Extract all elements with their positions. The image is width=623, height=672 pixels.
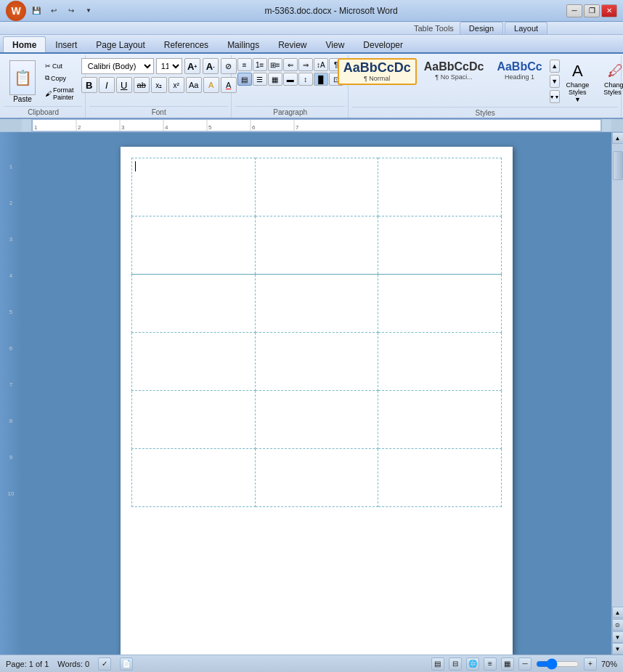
tab-view[interactable]: View [317, 36, 354, 52]
zoom-in-icon[interactable]: + [584, 657, 597, 671]
proofing-icon[interactable]: ✓ [98, 657, 111, 671]
increase-indent-button[interactable]: ⇒ [298, 58, 313, 71]
gallery-more-arrow[interactable]: ▼▼ [550, 90, 560, 103]
window-controls: ─ ❐ ✕ [566, 4, 617, 17]
tab-developer[interactable]: Developer [354, 36, 412, 52]
table-cell[interactable] [255, 449, 378, 507]
svg-text:7: 7 [296, 124, 299, 131]
justify-button[interactable]: ▬ [283, 73, 298, 86]
strikethrough-button[interactable]: ab [134, 77, 150, 93]
table-cell[interactable] [378, 333, 502, 391]
bold-button[interactable]: B [81, 77, 97, 93]
change-case-button[interactable]: Aa [186, 77, 202, 93]
tab-design[interactable]: Design [460, 22, 503, 34]
quick-save[interactable]: 💾 [29, 4, 44, 18]
cut-button[interactable]: ✂ Cut [42, 61, 82, 71]
gallery-down-arrow[interactable]: ▼ [550, 75, 560, 88]
restore-button[interactable]: ❐ [584, 4, 600, 17]
zoom-slider[interactable] [536, 660, 579, 668]
page[interactable] [121, 147, 513, 655]
svg-text:1: 1 [9, 163, 13, 170]
clipboard-label: Clipboard [4, 106, 82, 118]
tab-insert[interactable]: Insert [46, 36, 86, 52]
line-spacing-button[interactable]: ↕ [298, 73, 313, 86]
editing-button[interactable]: 🖊 Change Styles▼ [598, 58, 623, 100]
font-content: Calibri (Body) 11 A+ A- ⊘ B I U ab x₂ x²… [81, 57, 237, 106]
numbering-button[interactable]: 1≡ [253, 58, 267, 71]
table-cell[interactable] [255, 158, 378, 216]
minimize-button[interactable]: ─ [566, 4, 582, 17]
tab-page-layout[interactable]: Page Layout [86, 36, 154, 52]
copy-button[interactable]: ⧉ Copy [42, 73, 82, 84]
view-outline-icon[interactable]: ≡ [484, 657, 497, 671]
close-button[interactable]: ✕ [601, 4, 617, 17]
table-cell[interactable] [378, 216, 502, 275]
superscript-button[interactable]: x² [168, 77, 184, 93]
customize-quick-access[interactable]: ▼ [81, 4, 96, 18]
scroll-down-button[interactable]: ▼ [612, 643, 624, 655]
quick-undo[interactable]: ↩ [46, 4, 61, 18]
italic-button[interactable]: I [99, 77, 115, 93]
align-left-button[interactable]: ▤ [237, 73, 252, 86]
svg-text:9: 9 [9, 454, 13, 461]
style-no-spacing[interactable]: AaBbCcDc ¶ No Spaci... [418, 58, 490, 85]
table-cell[interactable] [132, 216, 256, 275]
align-center-button[interactable]: ☰ [253, 73, 267, 86]
subscript-button[interactable]: x₂ [151, 77, 167, 93]
view-fullscreen-icon[interactable]: ⊟ [449, 657, 462, 671]
shading-button[interactable]: █ [314, 73, 328, 86]
multilevel-button[interactable]: ⊞≡ [268, 58, 282, 71]
table-cell[interactable] [378, 158, 502, 216]
tab-layout[interactable]: Layout [505, 22, 547, 34]
zoom-out-icon[interactable]: ─ [518, 657, 532, 671]
tab-home[interactable]: Home [3, 36, 46, 52]
table-cell[interactable] [132, 391, 256, 449]
sort-button[interactable]: ↕A [314, 58, 328, 71]
scroll-select-browse[interactable]: ⊙ [612, 619, 624, 631]
view-web-icon[interactable]: 🌐 [466, 657, 479, 671]
view-normal-icon[interactable]: ▤ [431, 657, 444, 671]
track-changes-icon[interactable]: 📄 [120, 657, 133, 671]
align-right-button[interactable]: ▦ [268, 73, 282, 86]
paste-button[interactable]: 📋 Paste [4, 58, 41, 105]
table-cell[interactable] [132, 158, 256, 216]
underline-button[interactable]: U [116, 77, 132, 93]
font-size-select[interactable]: 11 [156, 58, 182, 74]
table-cell[interactable] [378, 391, 502, 449]
style-heading1[interactable]: AaBbCc Heading 1 [491, 58, 547, 85]
table-cell[interactable] [255, 391, 378, 449]
gallery-up-arrow[interactable]: ▲ [550, 60, 560, 73]
scroll-thumb[interactable] [613, 151, 623, 180]
table-cell[interactable] [378, 275, 502, 333]
scroll-up-button[interactable]: ▲ [612, 132, 624, 144]
quick-redo[interactable]: ↪ [64, 4, 78, 18]
document-table[interactable] [131, 158, 502, 507]
bullets-button[interactable]: ≡ [237, 58, 252, 71]
shrink-font-button[interactable]: A- [203, 58, 219, 74]
tab-references[interactable]: References [155, 36, 218, 52]
window-title: m-5363.doc.docx - Microsoft Word [96, 6, 566, 16]
tab-mailings[interactable]: Mailings [218, 36, 269, 52]
table-cell[interactable] [132, 333, 256, 391]
decrease-indent-button[interactable]: ⇐ [283, 58, 298, 71]
format-painter-button[interactable]: 🖌 Format Painter [42, 85, 82, 102]
scroll-prev-page[interactable]: ▲ [612, 607, 624, 618]
table-cell[interactable] [255, 333, 378, 391]
font-name-select[interactable]: Calibri (Body) [81, 58, 154, 74]
table-cell[interactable] [378, 449, 502, 507]
scroll-next-page[interactable]: ▼ [612, 631, 624, 643]
cut-icon: ✂ [45, 62, 51, 70]
grow-font-button[interactable]: A+ [184, 58, 200, 74]
table-cell[interactable] [132, 449, 256, 507]
view-draft-icon[interactable]: ▦ [501, 657, 514, 671]
change-styles-button[interactable]: A ChangeStyles ▼ [561, 58, 595, 107]
table-cell[interactable] [255, 275, 378, 333]
scroll-track[interactable] [612, 144, 623, 607]
office-button[interactable]: W [6, 1, 26, 21]
style-normal[interactable]: AaBbCcDc ¶ Normal [338, 58, 417, 85]
text-highlight-button[interactable]: A [203, 77, 219, 93]
table-cell[interactable] [255, 216, 378, 275]
document-area[interactable] [22, 132, 611, 655]
table-cell[interactable] [132, 275, 256, 333]
tab-review[interactable]: Review [269, 36, 316, 52]
